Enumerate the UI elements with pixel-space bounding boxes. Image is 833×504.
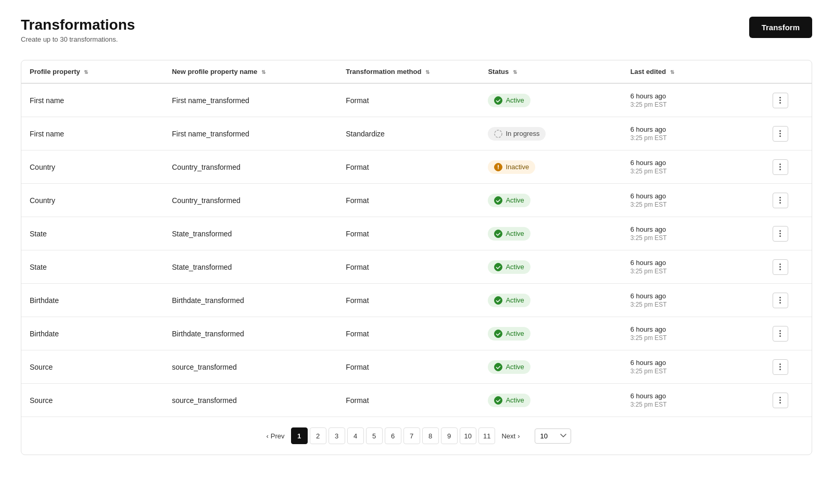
- cell-new-name: State_transformed: [163, 250, 337, 284]
- prev-button[interactable]: ‹ Prev: [262, 427, 288, 444]
- cell-profile-property: Birthdate: [21, 284, 163, 317]
- row-menu-button[interactable]: [773, 293, 788, 308]
- cell-profile-property: State: [21, 217, 163, 250]
- cell-new-name: Birthdate_transformed: [163, 284, 337, 317]
- cell-method: Format: [337, 284, 479, 317]
- sort-icon-newname: ⇅: [261, 69, 266, 75]
- row-menu-button[interactable]: [773, 259, 788, 275]
- col-header-profile-property[interactable]: Profile property ⇅: [21, 60, 163, 83]
- svg-point-7: [495, 296, 502, 304]
- col-header-status[interactable]: Status ⇅: [479, 60, 622, 83]
- last-edited-time: 3:25 pm EST: [630, 134, 756, 142]
- cell-last-edited: 6 hours ago3:25 pm EST: [622, 217, 764, 250]
- status-badge: Active: [488, 194, 530, 207]
- next-button[interactable]: Next ›: [497, 427, 524, 444]
- row-menu-button[interactable]: [773, 393, 788, 408]
- row-menu-button[interactable]: [773, 93, 788, 108]
- cell-profile-property: First name: [21, 117, 163, 150]
- table-row: Sourcesource_transformedFormatActive6 ho…: [21, 350, 812, 384]
- last-edited-time: 3:25 pm EST: [630, 401, 756, 408]
- per-page-select[interactable]: 102550: [535, 429, 571, 444]
- status-badge: Active: [488, 360, 530, 374]
- status-label: Active: [506, 263, 524, 271]
- status-label: Active: [506, 296, 524, 304]
- status-label: Inactive: [506, 163, 529, 171]
- cell-status: Active: [479, 184, 622, 217]
- cell-profile-property: Birthdate: [21, 317, 163, 350]
- status-badge: Active: [488, 227, 530, 241]
- ellipsis-icon: [779, 130, 781, 137]
- page-button-5[interactable]: 5: [366, 427, 383, 444]
- cell-new-name: Country_transformed: [163, 184, 337, 217]
- cell-new-name: First name_transformed: [163, 83, 337, 117]
- table-row: Sourcesource_transformedFormatActive6 ho…: [21, 384, 812, 417]
- transform-button[interactable]: Transform: [749, 17, 812, 38]
- page-button-8[interactable]: 8: [422, 427, 439, 444]
- cell-new-name: State_transformed: [163, 217, 337, 250]
- page-button-4[interactable]: 4: [347, 427, 364, 444]
- page-container: Transformations Create up to 30 transfor…: [0, 0, 833, 472]
- last-edited-relative: 6 hours ago: [630, 125, 756, 133]
- last-edited-relative: 6 hours ago: [630, 192, 756, 200]
- col-header-last-edited[interactable]: Last edited ⇅: [622, 60, 764, 83]
- page-button-2[interactable]: 2: [310, 427, 326, 444]
- last-edited-relative: 6 hours ago: [630, 225, 756, 233]
- last-edited-relative: 6 hours ago: [630, 325, 756, 333]
- check-circle-icon: [494, 230, 502, 238]
- table-row: CountryCountry_transformedFormatActive6 …: [21, 184, 812, 217]
- status-label: Active: [506, 230, 524, 237]
- row-menu-button[interactable]: [773, 159, 788, 175]
- row-menu-button[interactable]: [773, 226, 788, 242]
- ellipsis-icon: [779, 230, 781, 237]
- row-menu-button[interactable]: [773, 359, 788, 375]
- row-menu-button[interactable]: [773, 126, 788, 142]
- page-button-11[interactable]: 11: [478, 427, 495, 444]
- cell-action: [764, 384, 812, 417]
- cell-action: [764, 250, 812, 284]
- cell-last-edited: 6 hours ago3:25 pm EST: [622, 384, 764, 417]
- col-header-method[interactable]: Transformation method ⇅: [337, 60, 479, 83]
- pagination: ‹ Prev 1234567891011 Next › 102550: [21, 417, 812, 455]
- ellipsis-icon: [779, 163, 781, 170]
- page-button-6[interactable]: 6: [385, 427, 401, 444]
- ellipsis-icon: [779, 397, 781, 404]
- ellipsis-icon: [779, 363, 781, 370]
- status-label: Active: [506, 96, 524, 104]
- status-label: Active: [506, 330, 524, 337]
- row-menu-button[interactable]: [773, 326, 788, 342]
- cell-last-edited: 6 hours ago3:25 pm EST: [622, 284, 764, 317]
- col-header-new-name[interactable]: New profile property name ⇅: [163, 60, 337, 83]
- cell-action: [764, 150, 812, 184]
- page-button-10[interactable]: 10: [460, 427, 476, 444]
- table-row: BirthdateBirthdate_transformedFormatActi…: [21, 317, 812, 350]
- check-circle-icon: [494, 196, 502, 205]
- cell-status: Active: [479, 350, 622, 384]
- sort-icon-edited: ⇅: [670, 69, 674, 75]
- last-edited-relative: 6 hours ago: [630, 259, 756, 267]
- status-label: Active: [506, 396, 524, 404]
- last-edited-relative: 6 hours ago: [630, 92, 756, 100]
- page-title: Transformations: [21, 17, 135, 33]
- ellipsis-icon: [779, 263, 781, 270]
- cell-last-edited: 6 hours ago3:25 pm EST: [622, 317, 764, 350]
- status-badge: Active: [488, 327, 530, 341]
- cell-action: [764, 284, 812, 317]
- cell-profile-property: Source: [21, 350, 163, 384]
- cell-profile-property: First name: [21, 83, 163, 117]
- cell-method: Format: [337, 150, 479, 184]
- page-button-1[interactable]: 1: [291, 427, 308, 444]
- cell-status: Active: [479, 284, 622, 317]
- page-buttons: 1234567891011: [291, 427, 496, 444]
- table-header: Profile property ⇅ New profile property …: [21, 60, 812, 83]
- table-row: CountryCountry_transformedFormatInactive…: [21, 150, 812, 184]
- cell-method: Format: [337, 217, 479, 250]
- page-button-7[interactable]: 7: [403, 427, 420, 444]
- row-menu-button[interactable]: [773, 193, 788, 208]
- table-row: First nameFirst name_transformedFormatAc…: [21, 83, 812, 117]
- page-button-9[interactable]: 9: [441, 427, 458, 444]
- cell-method: Format: [337, 250, 479, 284]
- page-button-3[interactable]: 3: [329, 427, 345, 444]
- cell-new-name: source_transformed: [163, 350, 337, 384]
- cell-method: Format: [337, 184, 479, 217]
- last-edited-relative: 6 hours ago: [630, 292, 756, 300]
